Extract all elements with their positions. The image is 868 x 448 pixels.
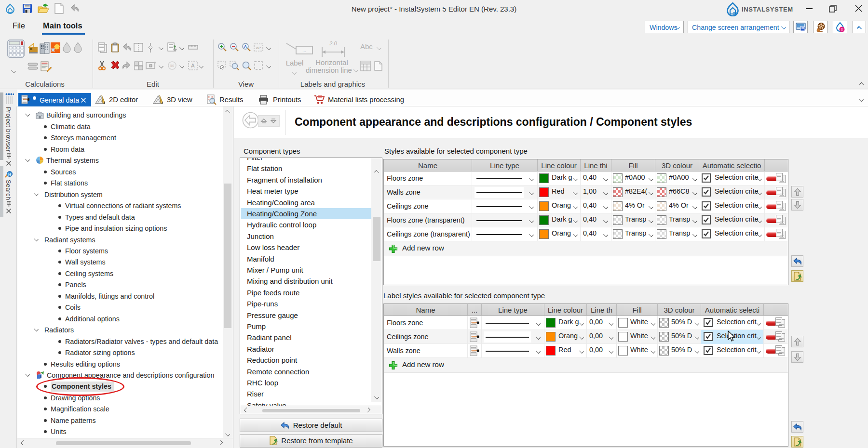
svg-text:A: A [191,63,195,68]
svg-text:2.0: 2.0 [329,40,337,46]
svg-text:...: ... [302,48,306,53]
svg-text:H: H [8,172,11,177]
svg-text:ΔP: ΔP [256,46,261,50]
svg-text:A: A [244,44,247,49]
svg-text:50: 50 [170,64,174,67]
